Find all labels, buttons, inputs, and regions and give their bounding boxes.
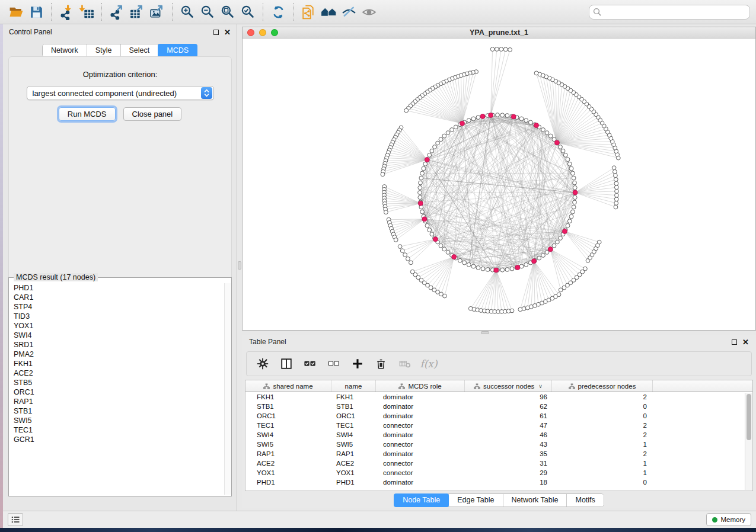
memory-button[interactable]: Memory	[706, 513, 751, 526]
float-panel-icon[interactable]	[213, 30, 219, 35]
cell-successor-nodes[interactable]: 61	[465, 411, 552, 421]
mcds-result-item[interactable]: STB1	[10, 406, 224, 416]
column-header-successor-nodes[interactable]: successor nodes∨	[465, 380, 552, 392]
cell-shared-name[interactable]: STB1	[245, 402, 331, 411]
cell-successor-nodes[interactable]: 29	[465, 468, 552, 477]
mcds-result-item[interactable]: PMA2	[10, 350, 224, 359]
cell-successor-nodes[interactable]: 62	[465, 402, 552, 411]
cell-name[interactable]: RAP1	[331, 449, 376, 459]
table-row[interactable]: SWI5SWI5connector431	[245, 440, 752, 449]
cell-MCDS-role[interactable]: dominator	[376, 411, 465, 421]
export-image-button[interactable]	[147, 2, 167, 21]
table-row[interactable]: RAP1RAP1dominator352	[245, 449, 752, 459]
tab-node-table[interactable]: Node Table	[394, 493, 449, 507]
open-file-button[interactable]	[6, 2, 26, 21]
network-titlebar[interactable]: YPA_prune.txt_1	[243, 27, 755, 39]
mcds-result-item[interactable]: FKH1	[10, 359, 224, 368]
cell-shared-name[interactable]: YOX1	[245, 468, 331, 477]
tab-network-table[interactable]: Network Table	[503, 494, 567, 507]
cell-shared-name[interactable]: SWI5	[245, 440, 331, 449]
cell-successor-nodes[interactable]: 43	[465, 440, 552, 449]
horizontal-splitter[interactable]	[242, 331, 756, 335]
mcds-result-item[interactable]: YOX1	[10, 321, 224, 331]
tab-select[interactable]: Select	[121, 44, 159, 57]
task-history-button[interactable]	[8, 513, 23, 526]
column-header-shared-name[interactable]: shared name	[245, 380, 331, 392]
mcds-result-item[interactable]: SWI5	[10, 416, 224, 425]
tab-edge-table[interactable]: Edge Table	[449, 494, 503, 507]
network-overview-button[interactable]	[318, 2, 339, 21]
mcds-result-list[interactable]: PHD1CAR1STP4TID3YOX1SWI4SRD1PMA2FKH1ACE2…	[10, 283, 224, 495]
cell-name[interactable]: PHD1	[331, 477, 376, 487]
cell-shared-name[interactable]: RAP1	[245, 449, 331, 459]
mcds-list-scrollbar[interactable]	[224, 283, 231, 495]
search-input[interactable]	[589, 5, 750, 20]
cell-name[interactable]: STB1	[331, 402, 376, 411]
mcds-result-item[interactable]: SWI4	[10, 331, 224, 340]
cell-name[interactable]: YOX1	[331, 468, 376, 477]
close-panel-icon[interactable]: ✕	[224, 30, 231, 35]
cell-predecessor-nodes[interactable]: 2	[552, 430, 653, 440]
cell-successor-nodes[interactable]: 35	[465, 449, 552, 459]
mcds-result-item[interactable]: STB5	[10, 378, 224, 387]
table-row[interactable]: YOX1YOX1connector291	[245, 468, 752, 477]
cell-MCDS-role[interactable]: connector	[376, 459, 465, 468]
tab-network[interactable]: Network	[43, 44, 87, 57]
mcds-result-item[interactable]: PHD1	[10, 283, 224, 293]
cell-predecessor-nodes[interactable]: 2	[552, 392, 653, 402]
column-header-name[interactable]: name	[331, 380, 376, 392]
import-table-button[interactable]	[76, 2, 97, 21]
add-column-button[interactable]	[350, 356, 365, 371]
cell-shared-name[interactable]: ORC1	[245, 411, 331, 421]
cell-predecessor-nodes[interactable]: 0	[552, 477, 653, 487]
refresh-layout-button[interactable]	[268, 2, 288, 21]
close-panel-icon[interactable]: ✕	[742, 339, 749, 345]
cell-predecessor-nodes[interactable]: 1	[552, 440, 653, 449]
table-row[interactable]: ORC1ORC1dominator610	[245, 411, 752, 421]
import-network-button[interactable]	[56, 2, 76, 21]
cell-MCDS-role[interactable]: connector	[376, 468, 465, 477]
splitter-grip[interactable]	[238, 261, 241, 270]
cell-successor-nodes[interactable]: 31	[465, 459, 552, 468]
cell-predecessor-nodes[interactable]: 2	[552, 449, 653, 459]
export-table-button[interactable]	[127, 2, 147, 21]
table-row[interactable]: FKH1FKH1dominator962	[245, 392, 752, 402]
optimization-criterion-dropdown[interactable]: largest connected component (undirected)	[27, 86, 214, 100]
mcds-result-item[interactable]: RAP1	[10, 397, 224, 406]
table-row[interactable]: ACE2ACE2connector311	[245, 459, 752, 468]
cell-shared-name[interactable]: SWI4	[245, 430, 331, 440]
cell-name[interactable]: FKH1	[331, 392, 376, 402]
table-row[interactable]: STB1STB1dominator620	[245, 402, 752, 411]
column-header-MCDS-role[interactable]: MCDS role	[376, 380, 465, 392]
mcds-result-item[interactable]: SRD1	[10, 340, 224, 350]
cell-predecessor-nodes[interactable]: 0	[552, 402, 653, 411]
zoom-fit-button[interactable]	[218, 2, 238, 21]
close-panel-button[interactable]: Close panel	[123, 107, 182, 121]
float-panel-icon[interactable]	[732, 339, 737, 345]
network-canvas[interactable]	[243, 39, 755, 330]
cell-predecessor-nodes[interactable]: 1	[552, 468, 653, 477]
cell-shared-name[interactable]: FKH1	[245, 392, 331, 402]
mcds-result-item[interactable]: ORC1	[10, 387, 224, 397]
settings-gear-button[interactable]	[255, 356, 270, 371]
cell-name[interactable]: SWI5	[331, 440, 376, 449]
cell-MCDS-role[interactable]: dominator	[376, 392, 465, 402]
cell-MCDS-role[interactable]: connector	[376, 421, 465, 430]
tab-mcds[interactable]: MCDS	[158, 44, 197, 57]
table-row[interactable]: PHD1PHD1dominator180	[245, 477, 752, 487]
vertical-splitter[interactable]	[237, 24, 242, 511]
cell-name[interactable]: TEC1	[331, 421, 376, 430]
column-view-button[interactable]	[279, 356, 294, 371]
mcds-result-item[interactable]: ACE2	[10, 368, 224, 378]
cell-MCDS-role[interactable]: dominator	[376, 430, 465, 440]
zoom-out-button[interactable]	[197, 2, 218, 21]
mcds-result-item[interactable]: STP4	[10, 302, 224, 312]
cell-successor-nodes[interactable]: 46	[465, 430, 552, 440]
select-all-button[interactable]	[302, 356, 318, 371]
table-scrollbar-thumb[interactable]	[747, 394, 751, 440]
mcds-result-item[interactable]: GCR1	[10, 435, 224, 444]
table-row[interactable]: TEC1TEC1connector472	[245, 421, 752, 430]
delete-column-button[interactable]	[374, 356, 389, 371]
cell-name[interactable]: ORC1	[331, 411, 376, 421]
cell-MCDS-role[interactable]: connector	[376, 440, 465, 449]
